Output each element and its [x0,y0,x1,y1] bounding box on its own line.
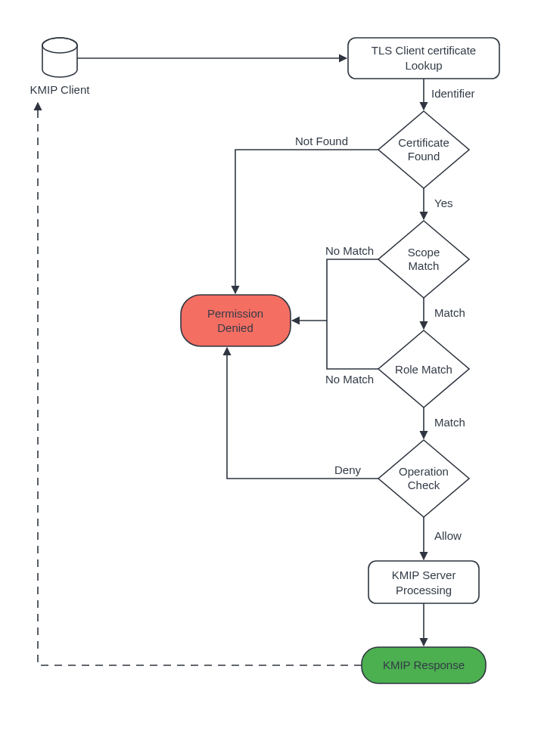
edge-scope-nomatch [292,259,378,321]
edge-role-nomatch-label: No Match [325,373,374,386]
operation-check-node: Operation Check [378,440,469,517]
kmip-response-label: KMIP Response [383,658,465,671]
kmip-server-proc-line1: KMIP Server [392,569,456,581]
permission-denied-node: Permission Denied [181,295,291,346]
edge-role-nomatch [327,321,378,369]
scope-match-node: Scope Match [378,221,469,298]
scope-match-line2: Match [409,259,440,272]
kmip-server-processing-node: KMIP Server Processing [368,561,479,603]
role-match-line1: Role Match [395,363,452,376]
edge-scope-nomatch-label: No Match [325,244,374,257]
kmip-client-label: KMIP Client [30,83,91,96]
permission-denied-line2: Denied [217,321,253,334]
operation-check-line2: Check [408,479,440,491]
certificate-found-node: Certificate Found [378,111,469,188]
role-match-node: Role Match [378,330,469,407]
edge-op-deny-label: Deny [334,463,362,476]
kmip-server-proc-line2: Processing [396,584,452,596]
tls-lookup-node: TLS Client certificate Lookup [348,38,499,79]
edge-role-match-label: Match [434,416,465,429]
certificate-found-line2: Found [408,150,440,163]
edge-cert-notfound [235,150,378,293]
tls-lookup-line2: Lookup [405,59,442,72]
tls-lookup-line1: TLS Client certificate [372,44,476,57]
svg-rect-8 [368,561,479,603]
edge-scope-match-label: Match [434,306,465,319]
certificate-found-line1: Certificate [398,136,449,149]
edge-response-to-client [38,103,362,665]
edge-identifier-label: Identifier [431,87,475,100]
kmip-response-node: KMIP Response [362,647,486,683]
edge-cert-yes-label: Yes [434,197,452,209]
edge-op-deny [227,348,378,479]
kmip-client-node: KMIP Client [30,38,91,96]
permission-denied-line1: Permission [207,307,263,320]
edge-op-allow-label: Allow [434,529,462,542]
scope-match-line1: Scope [408,246,440,259]
operation-check-line1: Operation [399,465,449,478]
edge-cert-notfound-label: Not Found [295,135,348,147]
